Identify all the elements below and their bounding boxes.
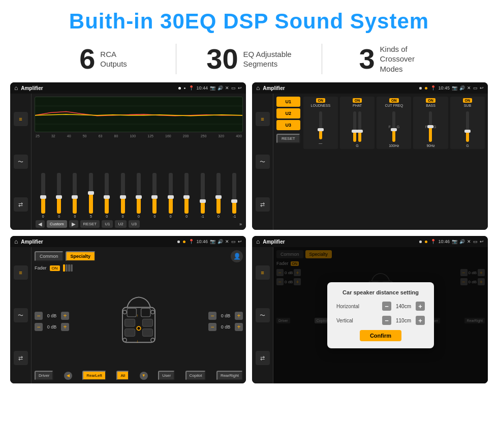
btn-user[interactable]: User bbox=[158, 371, 175, 380]
eq-u1-btn[interactable]: U1 bbox=[102, 220, 113, 228]
eq-side-btn-1[interactable]: ≡ bbox=[14, 112, 28, 126]
vol-rr-minus[interactable]: − bbox=[208, 323, 216, 331]
location-icon: 📍 bbox=[430, 239, 436, 244]
fader-on-badge[interactable]: ON bbox=[50, 265, 60, 271]
spk-bottom-row: Driver ◀ RearLeft All ▼ User Copilot Rea… bbox=[35, 371, 243, 380]
dist-home-icon[interactable]: ⌂ bbox=[256, 238, 260, 245]
car-diagram: ↑ ↓ bbox=[73, 288, 204, 354]
spk-home-icon[interactable]: ⌂ bbox=[14, 238, 18, 245]
dialog-vertical-row: Vertical − 110cm + bbox=[336, 316, 425, 325]
spk-side-btn-3[interactable]: ⇄ bbox=[14, 351, 28, 365]
vertical-value: 110cm bbox=[393, 318, 414, 323]
ch-loudness-label: LOUDNESS bbox=[311, 104, 331, 107]
dialog-horizontal-row: Horizontal − 140cm + bbox=[336, 302, 425, 311]
svg-rect-5 bbox=[141, 308, 150, 317]
xover-side-btn-1[interactable]: ≡ bbox=[256, 112, 270, 126]
ch-bass-on[interactable]: ON bbox=[426, 98, 435, 103]
dist-side-btn-1[interactable]: ≡ bbox=[256, 265, 270, 280]
fader-sliders bbox=[63, 264, 73, 272]
ch-loudness-on[interactable]: ON bbox=[316, 98, 326, 103]
vol-fl-value: 0 dB bbox=[44, 313, 59, 318]
ch-bass-slider[interactable] bbox=[429, 111, 432, 142]
eq-u2-btn[interactable]: U2 bbox=[115, 220, 126, 228]
status-square bbox=[419, 241, 422, 243]
btn-copilot[interactable]: Copilot bbox=[185, 371, 206, 380]
vertical-label: Vertical bbox=[336, 318, 353, 323]
eq-graph bbox=[35, 97, 243, 132]
preset-u2[interactable]: U2 bbox=[276, 108, 300, 118]
spk-down-arrow[interactable]: ▼ bbox=[140, 372, 148, 380]
vol-fr-minus[interactable]: − bbox=[208, 312, 216, 320]
vol-fr-plus[interactable]: + bbox=[235, 312, 243, 320]
eq-reset-btn[interactable]: RESET bbox=[80, 220, 100, 228]
ch-cutfreq-on[interactable]: ON bbox=[389, 98, 399, 103]
vol-rl-plus[interactable]: + bbox=[61, 323, 69, 331]
eq-time: 10:44 bbox=[196, 85, 208, 91]
spk-left-arrow[interactable]: ◀ bbox=[64, 372, 72, 380]
screenshots-grid: ⌂ Amplifier 📍 10:44 📷 🔊 ✕ ▭ ↩ ≡ 〜 ⇄ bbox=[0, 80, 498, 389]
eq-side-btn-2[interactable]: 〜 bbox=[14, 155, 28, 169]
ch-cutfreq-slider[interactable] bbox=[392, 111, 395, 142]
camera-icon: 📷 bbox=[210, 85, 215, 91]
dist-status-bar: ⌂ Amplifier 📍 10:46 📷 🔊 ✕ ▭ ↩ bbox=[252, 236, 488, 247]
ch-sub-on[interactable]: ON bbox=[463, 98, 473, 103]
dist-side-btn-2[interactable]: 〜 bbox=[256, 308, 270, 322]
vol-fl-minus[interactable]: − bbox=[35, 312, 43, 320]
spk-side-btn-2[interactable]: 〜 bbox=[14, 308, 28, 322]
eq-main: 25 32 40 50 63 80 100 125 160 200 250 32… bbox=[32, 94, 246, 230]
horizontal-plus[interactable]: + bbox=[416, 302, 425, 311]
tab-common[interactable]: Common bbox=[35, 251, 64, 261]
ch-loudness-slider[interactable] bbox=[319, 111, 322, 139]
battery-icon: ▭ bbox=[231, 239, 236, 244]
status-dot-orange bbox=[425, 241, 427, 243]
ch-phat-slider-1[interactable] bbox=[353, 111, 356, 142]
preset-u3[interactable]: U3 bbox=[276, 120, 300, 130]
camera-icon: 📷 bbox=[452, 85, 457, 91]
svg-point-16 bbox=[123, 338, 127, 342]
btn-driver[interactable]: Driver bbox=[35, 371, 53, 380]
back-icon[interactable]: ↩ bbox=[238, 239, 242, 244]
vol-rr-plus[interactable]: + bbox=[235, 323, 243, 331]
vol-rl-value: 0 dB bbox=[44, 324, 59, 330]
xover-reset-btn[interactable]: RESET bbox=[276, 134, 300, 143]
play-dot bbox=[184, 87, 185, 89]
preset-u1[interactable]: U1 bbox=[276, 97, 300, 107]
eq-more-icon[interactable]: » bbox=[239, 222, 242, 227]
horizontal-value: 140cm bbox=[393, 304, 414, 309]
eq-side-btn-3[interactable]: ⇄ bbox=[14, 197, 28, 212]
back-icon[interactable]: ↩ bbox=[480, 85, 484, 91]
tab-specialty[interactable]: Specialty bbox=[66, 251, 96, 261]
ch-phat-slider-2[interactable] bbox=[358, 111, 361, 142]
back-icon[interactable]: ↩ bbox=[480, 239, 484, 244]
ch-sub-slider[interactable] bbox=[466, 111, 469, 142]
xover-home-icon[interactable]: ⌂ bbox=[256, 84, 260, 92]
xover-side-btn-2[interactable]: 〜 bbox=[256, 155, 270, 169]
vertical-minus[interactable]: − bbox=[382, 316, 391, 325]
vol-rl-minus[interactable]: − bbox=[35, 323, 43, 331]
profile-icon[interactable]: 👤 bbox=[231, 250, 243, 262]
dist-app-title: Amplifier bbox=[263, 239, 416, 245]
vol-fl-plus[interactable]: + bbox=[61, 312, 69, 320]
vertical-plus[interactable]: + bbox=[416, 316, 425, 325]
eq-next-btn[interactable]: ▶ bbox=[69, 220, 78, 228]
btn-all[interactable]: All bbox=[116, 371, 129, 380]
btn-rearleft[interactable]: RearLeft bbox=[82, 371, 106, 380]
eq-u3-btn[interactable]: U3 bbox=[129, 220, 140, 228]
horizontal-minus[interactable]: − bbox=[382, 302, 391, 311]
eq-prev-btn[interactable]: ◀ bbox=[36, 220, 45, 228]
dist-side-controls: ≡ 〜 ⇄ bbox=[252, 247, 273, 383]
back-icon[interactable]: ↩ bbox=[238, 85, 242, 91]
confirm-button[interactable]: Confirm bbox=[360, 330, 401, 341]
dist-side-btn-3[interactable]: ⇄ bbox=[256, 351, 270, 365]
eq-freq-labels: 25 32 40 50 63 80 100 125 160 200 250 32… bbox=[35, 134, 243, 138]
ch-phat-on[interactable]: ON bbox=[353, 98, 362, 103]
xover-side-btn-3[interactable]: ⇄ bbox=[256, 197, 270, 212]
stat-number-crossover: 3 bbox=[359, 45, 375, 73]
home-icon[interactable]: ⌂ bbox=[14, 84, 18, 92]
status-dot-orange bbox=[183, 241, 185, 243]
btn-rearright[interactable]: RearRight bbox=[216, 371, 243, 380]
ch-bass-label: BASS bbox=[426, 104, 435, 107]
spk-main: Common Specialty 👤 Fader ON bbox=[32, 247, 246, 383]
spk-side-btn-1[interactable]: ≡ bbox=[14, 265, 28, 280]
eq-preset-custom[interactable]: Custom bbox=[47, 220, 67, 228]
